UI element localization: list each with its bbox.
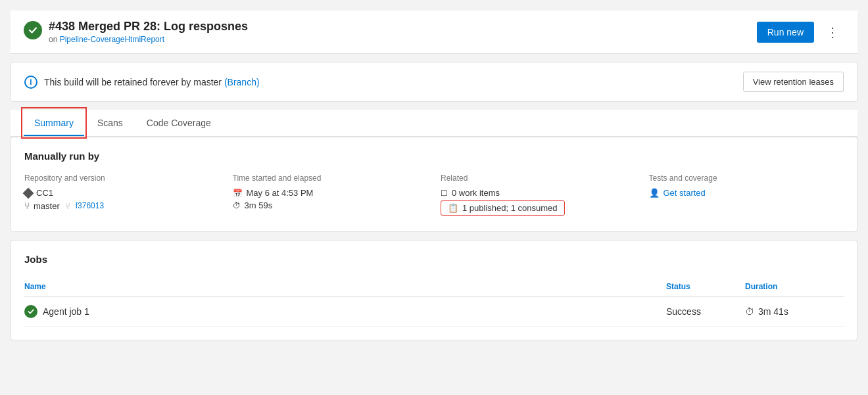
- job-name: Agent job 1: [43, 306, 89, 317]
- time-col: Time started and elapsed 📅 May 6 at 4:53…: [233, 174, 428, 218]
- job-success-icon: [24, 305, 37, 318]
- summary-grid: Repository and version CC1 ⑂ master ⑂ f3…: [24, 174, 844, 218]
- repo-version-label: Repository and version: [24, 174, 220, 183]
- page-title: #438 Merged PR 28: Log resposnes: [49, 20, 248, 34]
- jobs-table-header-row: Name Status Duration: [24, 277, 844, 297]
- tabs-bar: Summary Scans Code Coverage: [11, 110, 857, 137]
- repo-name-item: CC1: [24, 188, 220, 198]
- duration-clock-icon: ⏱: [745, 306, 754, 317]
- table-row: Agent job 1 Success ⏱ 3m 41s: [24, 297, 844, 327]
- page-header: #438 Merged PR 28: Log resposnes on Pipe…: [11, 11, 857, 54]
- artifact-icon: 📋: [448, 203, 458, 213]
- repo-version-col: Repository and version CC1 ⑂ master ⑂ f3…: [24, 174, 220, 218]
- header-title-block: #438 Merged PR 28: Log resposnes on Pipe…: [49, 20, 248, 44]
- clock-icon: ⏱: [233, 201, 241, 210]
- summary-section-title: Manually run by: [24, 151, 844, 162]
- header-actions: Run new ⋮: [757, 22, 844, 43]
- repo-icon: [23, 187, 34, 198]
- user-icon: 👤: [649, 188, 660, 198]
- branch-icon: ⑂: [24, 200, 30, 211]
- get-started-item: 👤 Get started: [649, 188, 844, 198]
- retention-banner: i This build will be retained forever by…: [11, 62, 857, 102]
- col-name-header: Name: [24, 277, 666, 297]
- jobs-section-title: Jobs: [24, 254, 844, 265]
- branch-commit-item: ⑂ master ⑂ f376013: [24, 200, 220, 211]
- tests-coverage-col: Tests and coverage 👤 Get started: [649, 174, 844, 218]
- started-item: 📅 May 6 at 4:53 PM: [233, 188, 428, 198]
- repo-name: CC1: [36, 188, 53, 198]
- related-label: Related: [441, 174, 636, 183]
- jobs-card: Jobs Name Status Duration Agent job 1: [11, 240, 857, 340]
- elapsed-time: 3m 59s: [245, 200, 273, 210]
- pipeline-subtitle: on Pipeline-CoverageHtmlReport: [49, 35, 248, 44]
- branch-name: master: [34, 201, 60, 211]
- tab-code-coverage[interactable]: Code Coverage: [136, 110, 222, 136]
- job-duration-cell: ⏱ 3m 41s: [745, 297, 844, 327]
- tab-summary[interactable]: Summary: [24, 110, 84, 136]
- build-status-icon: [24, 21, 42, 39]
- pipeline-link[interactable]: Pipeline-CoverageHtmlReport: [60, 35, 164, 44]
- more-options-button[interactable]: ⋮: [821, 22, 844, 43]
- work-items-count: 0 work items: [452, 188, 500, 198]
- header-left: #438 Merged PR 28: Log resposnes on Pipe…: [24, 20, 248, 44]
- started-time: May 6 at 4:53 PM: [247, 188, 314, 198]
- calendar-icon: 📅: [233, 189, 243, 198]
- retention-text: This build will be retained forever by m…: [44, 77, 260, 87]
- artifact-badge: 📋 1 published; 1 consumed: [441, 200, 565, 216]
- time-label: Time started and elapsed: [233, 174, 428, 183]
- view-retention-leases-button[interactable]: View retention leases: [743, 72, 844, 92]
- branch-link[interactable]: (Branch): [224, 77, 260, 87]
- job-duration: 3m 41s: [758, 306, 788, 317]
- retention-info: i This build will be retained forever by…: [24, 76, 260, 89]
- tab-scans[interactable]: Scans: [87, 110, 133, 136]
- run-new-button[interactable]: Run new: [757, 22, 814, 43]
- commit-hash: f376013: [76, 201, 104, 210]
- col-duration-header: Duration: [745, 277, 844, 297]
- jobs-table-body: Agent job 1 Success ⏱ 3m 41s: [24, 297, 844, 327]
- jobs-table: Name Status Duration Agent job 1 Success: [24, 277, 844, 327]
- work-items-item: ☐ 0 work items: [441, 188, 636, 198]
- col-status-header: Status: [666, 277, 745, 297]
- related-col: Related ☐ 0 work items 📋 1 published; 1 …: [441, 174, 636, 218]
- elapsed-item: ⏱ 3m 59s: [233, 200, 428, 210]
- info-icon: i: [24, 76, 37, 89]
- workitem-icon: ☐: [441, 189, 448, 198]
- artifacts-count: 1 published; 1 consumed: [462, 203, 558, 213]
- artifacts-item: 📋 1 published; 1 consumed: [441, 200, 636, 216]
- summary-card: Manually run by Repository and version C…: [11, 137, 857, 232]
- job-status-cell: Success: [666, 297, 745, 327]
- tests-coverage-label: Tests and coverage: [649, 174, 844, 183]
- get-started-link[interactable]: Get started: [663, 188, 706, 198]
- job-name-cell: Agent job 1: [24, 297, 666, 327]
